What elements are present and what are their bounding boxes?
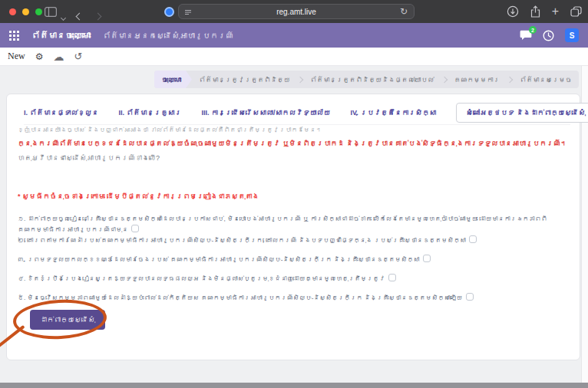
reason-question-text: ហេតុអ្វីបានជាស្នើសុំអាហារូបករណ៍ខាងលើ?: [18, 154, 569, 162]
window-controls: [9, 8, 42, 15]
checklist-item-text: ៥. មិនធ្វើសកម្មភាពណាមួយដែលនាំឱ្យប៉ះពាល់ដ…: [18, 294, 463, 301]
forward-button[interactable]: [95, 8, 101, 22]
zoom-window-button[interactable]: [35, 8, 42, 15]
form-card: I. ព័ត៌មានផ្ទាល់ខ្លួន II. ព័ត៌មានគ្រួសារ…: [6, 94, 580, 360]
close-window-button[interactable]: [9, 8, 16, 15]
warning-line: ក្នុងករណីព័ត៌មានបេក្ខជនដែលបានផ្តល់ឱ្យចំណ…: [18, 139, 569, 147]
warning-text: ក្នុងករណីព័ត៌មានបេក្ខជនដែលបានផ្តល់ឱ្យចំណ…: [18, 140, 567, 147]
chevron-down-icon[interactable]: [61, 9, 65, 23]
reader-icon[interactable]: [184, 8, 192, 16]
step-committee[interactable]: គណៈកម្មការ: [448, 71, 507, 88]
progress-stepper: ចុះឈ្មោះ ព័ត៌មានត្រូវត្រួតពិនិត្យ ព័ត៌មា…: [154, 71, 580, 88]
header-actions: 2 S: [520, 28, 579, 42]
downloads-icon[interactable]: [507, 5, 519, 18]
address-bar[interactable]: reg.amt.live ↻: [178, 4, 415, 19]
checklist-item: ៣. ព្រមទទួលយកលក្ខខណ្ឌដែលមានចែងរបស់ គណៈកម…: [18, 255, 569, 265]
url-text: reg.amt.live: [276, 8, 316, 16]
agreement-checkbox-5[interactable]: [466, 293, 474, 301]
checklist-item-text: ៣. ព្រមទទួលយកលក្ខខណ្ឌដែលមានចែងរបស់ គណៈកម…: [18, 256, 420, 263]
chat-badge: 2: [529, 26, 537, 34]
screen: reg.amt.live ↻ + ព័ត៌មានចុះឈ្មោះ ព័ត៌មាន…: [0, 0, 588, 388]
app-header: ព័ត៌មានចុះឈ្មោះ ព័ត៌មានអ្នកស្នើសុំអាហារូ…: [0, 23, 588, 48]
share-icon[interactable]: [530, 5, 540, 18]
chat-icon[interactable]: 2: [520, 30, 532, 41]
step-final-decision[interactable]: ព័ត៌មានសម្រេច: [513, 71, 579, 88]
step-info-to-review[interactable]: ព័ត៌មានត្រូវត្រួតពិនិត្យ: [192, 71, 297, 88]
agreement-checkbox-3[interactable]: [423, 255, 431, 262]
submit-application-button[interactable]: ដាក់ពាក្យស្នើសុំ: [30, 310, 105, 330]
new-record-label: New: [8, 51, 25, 62]
cloud-upload-icon[interactable]: ☁: [53, 51, 64, 62]
page-toolbar: New ⚙ ☁ ↺: [0, 48, 588, 66]
agreement-checkbox-1[interactable]: [131, 225, 139, 232]
new-tab-icon[interactable]: +: [552, 5, 559, 18]
reset-undo-icon[interactable]: ↺: [74, 51, 82, 61]
checklist-item-text: ៤. ខិតខំប្រឹងប្រែងរៀនសូត្រឱ្យទទួលបានលទ្ធ…: [18, 275, 385, 282]
settings-gear-icon[interactable]: ⚙: [35, 52, 44, 61]
nav-item-applicant-info[interactable]: ព័ត៌មានអ្នកស្នើសុំអាហារូបករណ៍: [103, 31, 233, 40]
tab-personal-info[interactable]: I. ព័ត៌មានផ្ទាល់ខ្លួន: [24, 109, 99, 117]
user-avatar[interactable]: S: [565, 28, 579, 42]
step-register[interactable]: ចុះឈ្មោះ: [154, 71, 193, 88]
reload-icon[interactable]: ↻: [400, 6, 408, 17]
agreement-checkbox-2[interactable]: [469, 235, 477, 243]
browser-toolbar: reg.amt.live ↻ +: [0, 0, 588, 23]
site-favicon: [164, 7, 174, 17]
declaration-intro-text: ខ្ញុំបានអានយ៉ាងច្បាស់ និងបញ្ជាក់អះអាងថា …: [18, 127, 569, 133]
checklist-item-text: ១. ដាក់ពាក្យចូលរៀននៅគ្រឹះស្ថានឧត្តមសិក្ស…: [18, 215, 547, 233]
checklist-item-text: ២. គោរពតាមការណែនាំរបស់គណៈកម្មាធិការអាហារ…: [18, 237, 466, 244]
checklist-item: ២. គោរពតាមការណែនាំរបស់គណៈកម្មាធិការអាហារ…: [18, 235, 569, 246]
checklist-item: ៤. ខិតខំប្រឹងប្រែងរៀនសូត្រឱ្យទទួលបានលទ្ធ…: [18, 274, 569, 284]
agreement-checkbox-4[interactable]: [388, 274, 396, 281]
tab-family-info[interactable]: II. ព័ត៌មានគ្រួសារ: [119, 109, 182, 117]
tick-instruction-text: * សូមធីកចំនុចខាងក្រោម ដើម្បីផ្តល់នូវការព…: [18, 192, 569, 200]
app-grid-icon[interactable]: [9, 31, 19, 41]
sidebar-icon[interactable]: [45, 7, 57, 17]
checklist-item: ៥. មិនធ្វើសកម្មភាពណាមួយដែលនាំឱ្យប៉ះពាល់ដ…: [18, 293, 569, 304]
app-brand-title[interactable]: ព័ត៌មានចុះឈ្មោះ: [31, 31, 91, 40]
step-chevron-icon: [441, 76, 447, 82]
step-chevron-icon: [297, 76, 303, 82]
tab-education-history[interactable]: IV. ប្រវត្តិនៃការសិក្សា: [351, 109, 437, 117]
form-tabs: I. ព័ត៌មានផ្ទាល់ខ្លួន II. ព័ត៌មានគ្រួសារ…: [24, 100, 570, 125]
checklist-item: ១. ដាក់ពាក្យចូលរៀននៅគ្រឹះស្ថានឧត្តមសិក្ស…: [18, 214, 569, 235]
step-chevron-icon: [507, 76, 513, 82]
tab-overview-icon[interactable]: [570, 6, 582, 17]
browser-actions: +: [507, 0, 582, 23]
minimize-window-button[interactable]: [22, 8, 29, 15]
tab-school-selection[interactable]: III. ការជ្រើសរើសសាលា/សាកលវិទ្យាល័យ: [202, 109, 331, 117]
tab-review-and-submit[interactable]: សំណៅអត្ថបទ និងដាក់ពាក្យស្នើសុំ: [456, 103, 588, 123]
step-review-and-comment[interactable]: ព័ត៌មានត្រួតពិនិត្យនិងផ្តល់យោបល់: [303, 71, 441, 88]
window-bottom-edge: [0, 383, 588, 388]
back-button[interactable]: [77, 8, 82, 22]
history-clock-icon[interactable]: [543, 30, 554, 41]
